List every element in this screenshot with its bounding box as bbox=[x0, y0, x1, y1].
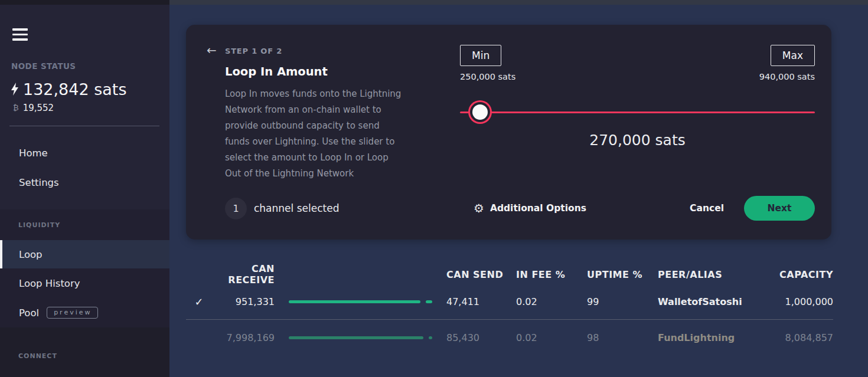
preview-badge: preview bbox=[47, 307, 97, 319]
channel-selected-label: channel selected bbox=[254, 202, 339, 214]
col-header-uptime: UPTIME % bbox=[587, 269, 658, 280]
row-check-cell: ✓ bbox=[186, 296, 212, 308]
max-button[interactable]: Max bbox=[771, 45, 815, 66]
channel-balance-bar bbox=[289, 336, 432, 339]
sidebar: NODE STATUS 132,842 sats ₿ 19,552 Home S… bbox=[0, 0, 169, 377]
sidebar-item-loop-history[interactable]: Loop History bbox=[0, 268, 169, 298]
wizard-description: Loop In moves funds onto the Lightning N… bbox=[225, 86, 402, 182]
channel-count-badge: 1 bbox=[225, 198, 247, 219]
peer-alias-value: FundLightning bbox=[658, 332, 776, 343]
sidebar-top-section: NODE STATUS 132,842 sats ₿ 19,552 Home S… bbox=[0, 5, 169, 209]
amount-selector: Min Max 250,000 sats 940,000 sats 270,00… bbox=[460, 45, 815, 182]
sidebar-item-home[interactable]: Home bbox=[0, 139, 169, 168]
sidebar-nav: Home Settings bbox=[0, 139, 169, 198]
peer-alias-value: WalletofSatoshi bbox=[658, 296, 776, 307]
sidebar-liquidity-section: LIQUIDITY Loop Loop History Pool preview bbox=[0, 209, 169, 327]
node-status-label: NODE STATUS bbox=[11, 61, 169, 71]
hamburger-menu-icon[interactable] bbox=[12, 28, 28, 44]
sidebar-item-pool[interactable]: Pool preview bbox=[0, 298, 169, 327]
uptime-value: 99 bbox=[587, 296, 658, 307]
channel-balance-bar bbox=[289, 300, 432, 303]
wizard-footer: 1 channel selected ⚙ Additional Options … bbox=[203, 196, 815, 221]
sidebar-item-settings[interactable]: Settings bbox=[0, 168, 169, 198]
minmax-values-row: 250,000 sats 940,000 sats bbox=[460, 72, 815, 81]
col-header-in-fee: IN FEE % bbox=[516, 269, 587, 280]
amount-slider[interactable] bbox=[460, 100, 815, 124]
gear-icon: ⚙ bbox=[474, 202, 484, 214]
connect-section-label: CONNECT bbox=[0, 327, 169, 360]
sidebar-item-label: Pool bbox=[19, 307, 39, 319]
receive-bar-segment bbox=[289, 300, 420, 303]
in-fee-value: 0.02 bbox=[516, 296, 587, 307]
uptime-value: 98 bbox=[587, 332, 658, 343]
can-send-value: 47,411 bbox=[446, 296, 516, 307]
main-content: ← STEP 1 OF 2 Loop In Amount Loop In mov… bbox=[169, 0, 868, 377]
lightning-bolt-icon bbox=[11, 83, 19, 96]
selected-amount: 270,000 sats bbox=[460, 132, 815, 149]
wizard-body: ← STEP 1 OF 2 Loop In Amount Loop In mov… bbox=[203, 45, 815, 182]
balance-bar-cell bbox=[275, 300, 446, 303]
wizard-info: ← STEP 1 OF 2 Loop In Amount Loop In mov… bbox=[203, 45, 402, 182]
capacity-value: 8,084,857 bbox=[776, 332, 833, 343]
col-header-can-send: CAN SEND bbox=[446, 269, 516, 280]
node-sats-balance: 132,842 sats bbox=[23, 80, 127, 99]
send-bar-segment bbox=[426, 300, 432, 303]
channel-selected-summary: 1 channel selected bbox=[225, 198, 474, 219]
next-button[interactable]: Next bbox=[744, 196, 815, 221]
step-label: STEP 1 OF 2 bbox=[225, 47, 282, 55]
top-strip bbox=[169, 0, 868, 5]
sidebar-divider bbox=[9, 126, 159, 126]
additional-options-label: Additional Options bbox=[490, 203, 586, 214]
in-fee-value: 0.02 bbox=[516, 332, 587, 343]
minmax-buttons-row: Min Max bbox=[460, 45, 815, 66]
sidebar-item-loop[interactable]: Loop bbox=[0, 240, 169, 268]
channel-row[interactable]: ✓ 951,331 47,411 0.02 99 WalletofSatoshi… bbox=[186, 284, 833, 320]
app: NODE STATUS 132,842 sats ₿ 19,552 Home S… bbox=[0, 0, 868, 377]
capacity-value: 1,000,000 bbox=[776, 296, 833, 307]
bitcoin-icon: ₿ bbox=[13, 103, 19, 112]
sidebar-item-label: Loop bbox=[19, 249, 43, 260]
send-bar-segment bbox=[429, 336, 432, 339]
min-button[interactable]: Min bbox=[460, 45, 501, 66]
cancel-button[interactable]: Cancel bbox=[690, 203, 724, 214]
footer-actions: Cancel Next bbox=[690, 196, 815, 221]
back-arrow-icon[interactable]: ← bbox=[207, 43, 217, 57]
col-header-capacity: CAPACITY bbox=[776, 269, 833, 280]
channels-table-header: CAN RECEIVE CAN SEND IN FEE % UPTIME % P… bbox=[186, 263, 833, 284]
slider-handle[interactable] bbox=[472, 104, 488, 120]
receive-bar-segment bbox=[289, 336, 423, 339]
col-header-can-receive: CAN RECEIVE bbox=[212, 263, 275, 286]
min-value: 250,000 sats bbox=[460, 72, 515, 81]
sidebar-connect-section: CONNECT bbox=[0, 327, 169, 377]
loop-wizard-card: ← STEP 1 OF 2 Loop In Amount Loop In mov… bbox=[186, 25, 831, 240]
node-btc-balance: 19,552 bbox=[23, 103, 54, 113]
balance-bar-cell bbox=[275, 336, 446, 339]
can-send-value: 85,430 bbox=[446, 332, 516, 343]
check-icon: ✓ bbox=[194, 296, 203, 308]
liquidity-section-label: LIQUIDITY bbox=[0, 209, 169, 240]
node-btc-row: ₿ 19,552 bbox=[13, 103, 169, 113]
additional-options-button[interactable]: ⚙ Additional Options bbox=[474, 202, 586, 214]
wizard-title: Loop In Amount bbox=[225, 65, 402, 78]
max-value: 940,000 sats bbox=[759, 72, 815, 81]
node-balance: 132,842 sats bbox=[11, 80, 169, 99]
can-receive-value: 951,331 bbox=[212, 296, 275, 307]
can-receive-value: 7,998,169 bbox=[212, 332, 275, 343]
channel-row[interactable]: 7,998,169 85,430 0.02 98 FundLightning 8… bbox=[186, 320, 833, 355]
col-header-peer-alias: PEER/ALIAS bbox=[658, 269, 776, 280]
slider-track[interactable] bbox=[460, 112, 815, 113]
channels-table: CAN RECEIVE CAN SEND IN FEE % UPTIME % P… bbox=[186, 263, 833, 355]
